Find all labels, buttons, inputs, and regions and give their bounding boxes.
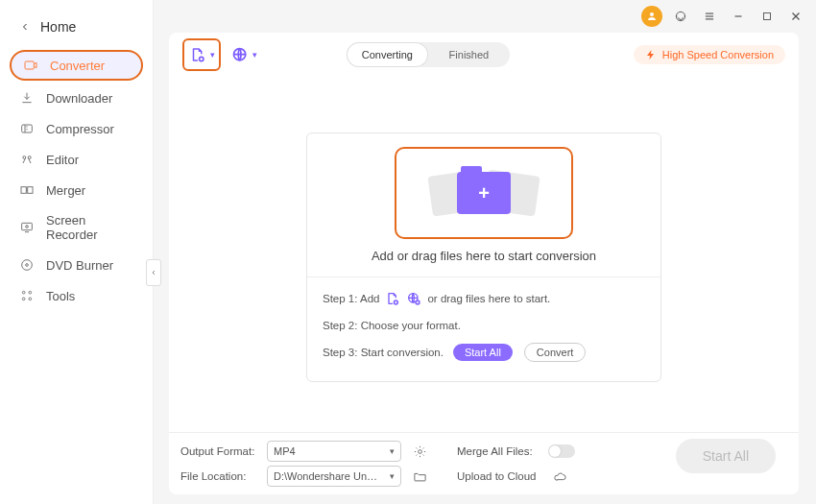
step-2: Step 2: Choose your format.: [323, 316, 645, 335]
converter-icon: [23, 58, 38, 73]
high-speed-badge[interactable]: High Speed Conversion: [634, 45, 785, 64]
tab-converting[interactable]: Converting: [347, 42, 428, 67]
sidebar-item-tools[interactable]: Tools: [0, 280, 153, 311]
sidebar-item-label: Screen Recorder: [46, 213, 133, 242]
svg-rect-15: [22, 223, 33, 229]
open-folder-icon[interactable]: [411, 468, 428, 485]
sidebar-item-downloader[interactable]: Downloader: [0, 83, 153, 113]
svg-point-19: [22, 291, 25, 294]
minimize-icon[interactable]: [728, 6, 749, 27]
folder-icon: +: [426, 159, 541, 227]
svg-point-28: [418, 449, 421, 453]
tab-switch: Converting Finished: [347, 42, 510, 67]
sidebar-item-merger[interactable]: Merger: [0, 175, 153, 205]
tab-finished[interactable]: Finished: [428, 42, 510, 67]
maximize-icon[interactable]: [756, 6, 778, 27]
cloud-icon[interactable]: [551, 468, 568, 485]
output-format-label: Output Format:: [180, 445, 257, 457]
support-icon[interactable]: [670, 6, 691, 27]
dropzone: + Add or drag files here to start conver…: [306, 132, 661, 382]
main-panel: ▾ ▾ Converting Finished High Speed Conve…: [169, 33, 799, 494]
sidebar-item-label: Merger: [46, 183, 85, 198]
center-area: + Add or drag files here to start conver…: [169, 77, 799, 432]
svg-point-16: [26, 226, 29, 228]
screenrecorder-icon: [19, 220, 35, 235]
step-1: Step 1: Add or drag files here to start.: [323, 289, 645, 308]
sidebar-item-label: Tools: [46, 289, 75, 303]
dvdburner-icon: [19, 257, 35, 273]
sidebar-item-dvdburner[interactable]: DVD Burner: [0, 250, 153, 280]
merge-label: Merge All Files:: [457, 445, 533, 457]
editor-icon: [19, 152, 35, 167]
svg-rect-9: [25, 61, 34, 69]
svg-rect-13: [21, 187, 26, 194]
file-location-select[interactable]: D:\Wondershare UniConverter 1▾: [267, 466, 401, 487]
svg-rect-6: [764, 13, 771, 20]
svg-point-22: [29, 298, 32, 300]
convert-mini-button[interactable]: Convert: [524, 343, 587, 362]
chevron-down-icon: ▾: [390, 471, 395, 481]
add-url-mini-icon: [406, 291, 421, 306]
svg-point-20: [29, 291, 32, 294]
steps: Step 1: Add or drag files here to start.…: [307, 277, 660, 381]
merge-toggle[interactable]: [548, 444, 575, 458]
downloader-icon: [19, 90, 35, 106]
tools-icon: [19, 288, 35, 303]
dropzone-target[interactable]: + Add or drag files here to start conver…: [307, 133, 660, 277]
menu-icon[interactable]: [699, 6, 720, 27]
high-speed-label: High Speed Conversion: [662, 49, 774, 60]
merger-icon: [19, 182, 35, 198]
output-format-select[interactable]: MP4▾: [267, 441, 401, 462]
chevron-down-icon: ▾: [252, 50, 257, 60]
file-location-label: File Location:: [180, 470, 257, 482]
close-icon[interactable]: [785, 6, 806, 27]
home-back[interactable]: Home: [0, 10, 153, 44]
home-label: Home: [40, 19, 76, 35]
svg-point-21: [22, 298, 25, 300]
sidebar-item-compressor[interactable]: Compressor: [0, 113, 153, 144]
dropzone-frame: +: [395, 147, 573, 239]
start-all-button[interactable]: Start All: [676, 439, 776, 473]
sidebar-item-editor[interactable]: Editor: [0, 144, 153, 175]
sidebar-item-label: Converter: [50, 59, 105, 73]
svg-point-17: [22, 260, 33, 271]
sidebar-item-label: DVD Burner: [46, 258, 113, 273]
sidebar-item-label: Compressor: [46, 122, 114, 136]
svg-rect-14: [28, 187, 33, 194]
svg-point-0: [650, 12, 654, 16]
add-files-mini-icon: [385, 291, 400, 306]
startall-mini-button[interactable]: Start All: [453, 344, 513, 361]
sidebar-item-label: Editor: [46, 153, 79, 167]
svg-point-18: [26, 264, 29, 267]
sidebar-item-converter[interactable]: Converter: [10, 50, 143, 81]
add-files-button[interactable]: ▾: [182, 38, 221, 71]
chevron-down-icon: ▾: [210, 50, 215, 60]
add-url-button[interactable]: ▾: [230, 41, 257, 68]
compressor-icon: [19, 121, 35, 136]
sidebar-item-label: Downloader: [46, 91, 112, 106]
format-settings-icon[interactable]: [411, 443, 428, 460]
toolbar: ▾ ▾ Converting Finished High Speed Conve…: [169, 33, 799, 77]
sidebar-item-screenrecorder[interactable]: Screen Recorder: [0, 205, 153, 250]
upload-cloud-label: Upload to Cloud: [457, 470, 536, 482]
chevron-down-icon: ▾: [390, 446, 395, 456]
avatar-icon[interactable]: [641, 6, 662, 27]
collapse-sidebar-handle[interactable]: [146, 259, 161, 286]
sidebar: Home Converter Downloader Compressor Edi…: [0, 0, 154, 504]
step-3: Step 3: Start conversion. Start All Conv…: [323, 343, 645, 362]
dropzone-label: Add or drag files here to start conversi…: [372, 249, 596, 263]
